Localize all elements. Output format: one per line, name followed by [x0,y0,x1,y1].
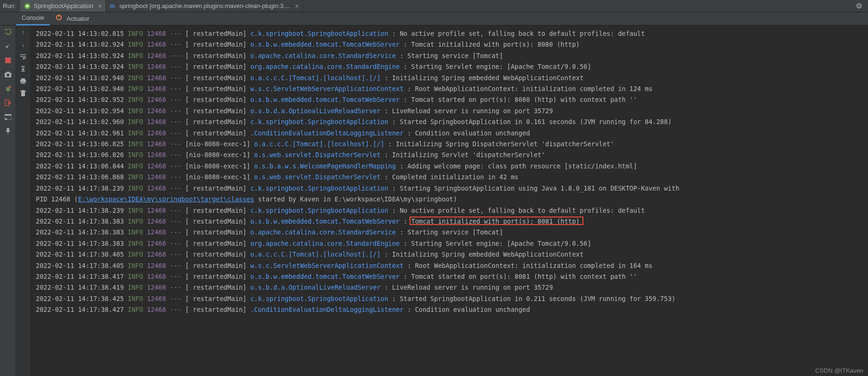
log-line: 2022-02-11 14:13:02.924 INFO 12468 --- [… [36,50,868,61]
log-message: Initializing Spring embedded WebApplicat… [392,251,583,258]
log-message: No active profile set, falling back to d… [400,30,645,37]
svg-rect-20 [21,92,25,96]
console-output[interactable]: 2022-02-11 14:13:02.815 INFO 12468 --- [… [30,25,868,376]
log-message: Completed initialization in 42 ms [392,173,518,181]
layout-icon[interactable] [4,113,12,121]
tab-label: springboot [org.apache.maven.plugins:mav… [119,2,290,9]
log-message: Starting service [Tomcat] [407,228,503,236]
log-line: 2022-02-11 14:13:02.960 INFO 12468 --- [… [36,117,868,127]
log-message: No active profile set, falling back to d… [400,207,645,214]
log-line: 2022-02-11 14:13:06.868 INFO 12468 --- [… [36,172,868,183]
tab-springboot-application[interactable]: SpringbootApplication × [20,0,106,12]
run-label: Run: [3,2,16,9]
log-line: 2022-02-11 14:13:06.826 INFO 12468 --- [… [36,150,868,160]
log-message: Condition evaluation unchanged [415,306,530,313]
svg-point-12 [9,86,11,88]
rerun-icon[interactable] [4,28,12,36]
svg-text:m: m [110,3,115,9]
log-message: Tomcat started on port(s): 8081 (http) w… [411,273,638,280]
log-message: LiveReload server is running on port 357… [392,284,553,291]
log-line: 2022-02-11 14:13:06.825 INFO 12468 --- [… [36,139,868,150]
run-header: Run: SpringbootApplication × m springboo… [0,0,868,12]
console-toolbar: ↑ ↓ [16,25,30,376]
log-message: Starting SpringbootApplication using Jav… [400,184,679,192]
print-icon[interactable] [19,77,27,85]
log-line: 2022-02-11 14:13:02.940 INFO 12468 --- [… [36,73,868,84]
gear-icon[interactable]: ⚙ [856,1,865,10]
log-line: 2022-02-11 14:17:38.383 INFO 12468 --- [… [36,238,868,249]
log-line: 2022-02-11 14:17:38.419 INFO 12468 --- [… [36,282,868,293]
scroll-to-end-icon[interactable] [19,65,27,73]
log-message: Tomcat initialized with port(s): 8081 (h… [411,217,580,225]
log-line: 2022-02-11 14:13:06.844 INFO 12468 --- [… [36,161,868,172]
log-message: Root WebApplicationContext: initializati… [415,262,653,269]
down-arrow-icon[interactable]: ↓ [19,41,27,48]
svg-line-10 [5,87,6,88]
log-message: Starting service [Tomcat] [407,52,503,59]
log-message: Root WebApplicationContext: initializati… [415,85,653,92]
log-message: LiveReload server is running on port 357… [392,107,553,115]
log-line: 2022-02-11 14:13:02.961 INFO 12468 --- [… [36,128,868,139]
log-line: 2022-02-11 14:17:38.383 INFO 12468 --- [… [36,216,868,227]
svg-rect-19 [21,82,25,84]
log-line: PID 12468 (E:\workspace\IDEA\my\springbo… [36,194,868,205]
log-line: 2022-02-11 14:17:38.383 INFO 12468 --- [… [36,227,868,238]
log-line: 2022-02-11 14:17:38.239 INFO 12468 --- [… [36,205,868,216]
log-line: 2022-02-11 14:13:02.815 INFO 12468 --- [… [36,28,868,39]
log-message: Tomcat initialized with port(s): 8080 (h… [411,41,580,48]
svg-rect-21 [20,91,26,92]
up-arrow-icon[interactable]: ↑ [19,28,27,36]
softwrap-icon[interactable] [19,53,27,60]
log-line: 2022-02-11 14:13:02.924 INFO 12468 --- [… [36,39,868,50]
left-toolbar [0,25,16,376]
svg-rect-3 [58,15,59,17]
exit-icon[interactable] [4,99,12,107]
svg-rect-5 [5,58,11,63]
svg-rect-22 [22,90,24,91]
log-line: 2022-02-11 14:13:02.954 INFO 12468 --- [… [36,106,868,117]
log-message: Tomcat started on port(s): 8080 (http) w… [411,96,638,103]
tab-label: SpringbootApplication [33,2,93,9]
tab-maven[interactable]: m springboot [org.apache.maven.plugins:m… [106,0,303,12]
log-line: 2022-02-11 14:13:02.952 INFO 12468 --- [… [36,94,868,105]
tab-console[interactable]: Console [16,12,50,25]
log-message: Starting Servlet engine: [Apache Tomcat/… [411,240,591,247]
camera-icon[interactable] [4,71,12,78]
close-icon[interactable]: × [98,2,102,10]
watermark: CSDN @ITKaven [815,367,863,374]
wrench-icon[interactable] [4,42,12,50]
pin-icon[interactable] [4,127,12,135]
svg-rect-16 [5,118,7,120]
log-line: 2022-02-11 14:17:38.427 INFO 12468 --- [… [36,304,868,315]
stop-icon[interactable] [4,57,12,64]
tab-actuator[interactable]: Actuator [50,12,95,25]
maven-icon: m [110,3,116,9]
log-message: Initializing Spring DispatcherServlet 'd… [396,140,614,148]
svg-rect-15 [5,114,11,116]
log-message: Started SpringbootApplication in 0.211 s… [400,295,675,302]
log-message: Starting Servlet engine: [Apache Tomcat/… [411,63,591,70]
log-line: 2022-02-11 14:17:38.405 INFO 12468 --- [… [36,249,868,260]
bug-icon[interactable] [4,85,12,92]
leaf-icon [24,3,31,9]
log-message: Adding welcome page: class path resource… [407,162,637,170]
body: ↑ ↓ 2022-02-11 14:13:02.815 INFO 12468 -… [0,25,868,376]
log-line: 2022-02-11 14:17:38.239 INFO 12468 --- [… [36,183,868,194]
log-message: Initializing Servlet 'dispatcherServlet' [392,151,545,159]
log-line: 2022-02-11 14:13:02.924 INFO 12468 --- [… [36,61,868,72]
log-line: 2022-02-11 14:17:38.425 INFO 12468 --- [… [36,293,868,304]
actuator-icon [56,15,64,22]
subtab-label: Console [22,14,44,21]
log-message: Condition evaluation unchanged [415,129,530,137]
log-line: 2022-02-11 14:13:02.940 INFO 12468 --- [… [36,84,868,94]
svg-rect-8 [7,72,9,73]
trash-icon[interactable] [19,90,27,97]
log-message: Started SpringbootApplication in 0.161 s… [400,118,671,125]
file-link[interactable]: E:\workspace\IDEA\my\springboot\target\c… [78,195,254,203]
subtab-label: Actuator [66,15,89,22]
log-line: 2022-02-11 14:17:38.405 INFO 12468 --- [… [36,260,868,271]
svg-point-7 [7,74,9,76]
subheader: Console Actuator [0,12,868,25]
log-line: 2022-02-11 14:17:38.417 INFO 12468 --- [… [36,271,868,282]
close-icon[interactable]: × [295,2,299,10]
